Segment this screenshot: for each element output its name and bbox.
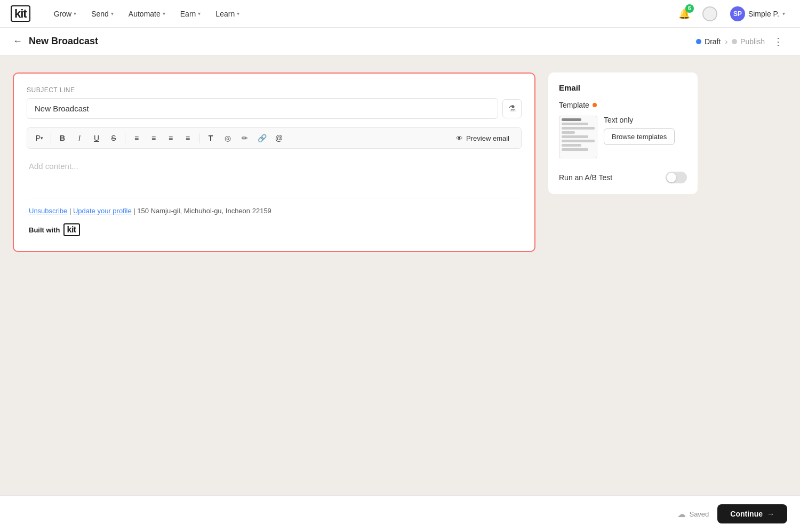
more-options-button[interactable]: ⋮ (769, 34, 787, 50)
mention-button[interactable]: @ (271, 130, 287, 146)
publish-dot-icon (732, 39, 737, 44)
thumb-line-1 (562, 118, 581, 121)
fill-color-button[interactable]: ◎ (220, 130, 236, 146)
eye-icon: 👁 (456, 134, 463, 142)
bottom-bar: ☁ Saved Continue → (0, 495, 800, 532)
align-left-button[interactable]: ≡ (129, 130, 145, 146)
unsubscribe-link[interactable]: Unsubscribe (29, 207, 67, 215)
flask-button[interactable]: ⚗ (502, 99, 522, 118)
editor-area: Subject Line ⚗ P ▾ B I U S ≡ ≡ ≡ ≡ (13, 72, 535, 252)
earn-chevron-icon: ▾ (198, 11, 201, 17)
nav-grow-label: Grow (54, 10, 71, 18)
subject-row: ⚗ (27, 98, 522, 119)
template-info: Text only Browse templates (604, 116, 675, 145)
italic-button[interactable]: I (71, 130, 87, 146)
back-arrow-icon: ← (13, 36, 22, 47)
logo[interactable]: kit (11, 7, 30, 21)
continue-button[interactable]: Continue → (717, 504, 787, 523)
pen-button[interactable]: ✏ (237, 130, 253, 146)
step-publish: Publish (732, 37, 765, 46)
align-justify-button[interactable]: ≡ (180, 130, 196, 146)
top-navigation: kit Grow ▾ Send ▾ Automate ▾ Earn ▾ Lear… (0, 0, 800, 28)
thumb-line-8 (562, 148, 588, 151)
user-name: Simple P. (748, 10, 779, 18)
subheader: ← New Broadcast Draft › Publish ⋮ (0, 28, 800, 55)
template-thumbnail (559, 116, 597, 158)
strikethrough-button[interactable]: S (106, 130, 122, 146)
bold-button[interactable]: B (54, 130, 70, 146)
ab-test-label: Run an A/B Test (559, 173, 612, 182)
notification-badge: 6 (685, 4, 694, 13)
more-icon: ⋮ (773, 36, 783, 47)
ab-test-toggle[interactable] (666, 172, 687, 183)
toggle-knob (667, 173, 676, 182)
underline-button[interactable]: U (89, 130, 105, 146)
learn-chevron-icon: ▾ (237, 11, 239, 17)
thumb-line-2 (562, 123, 588, 125)
thumb-line-4 (562, 131, 575, 134)
continue-arrow-icon: → (767, 510, 774, 518)
built-with-label: Built with (29, 226, 60, 234)
thumb-line-7 (562, 144, 581, 147)
page-title: New Broadcast (29, 36, 696, 47)
email-content-area[interactable]: Add content... (27, 155, 522, 198)
nav-right: 🔔 6 SP Simple P. ▾ (675, 4, 789, 23)
thumb-line-3 (562, 127, 595, 130)
heading-button[interactable]: T (203, 130, 219, 146)
draft-label: Draft (705, 37, 721, 46)
back-button[interactable]: ← (13, 36, 22, 47)
status-indicator (702, 6, 717, 21)
template-preview: Text only Browse templates (559, 116, 687, 158)
flask-icon: ⚗ (508, 103, 516, 114)
subject-line-label: Subject Line (27, 86, 522, 94)
send-chevron-icon: ▾ (111, 11, 114, 17)
link-button[interactable]: 🔗 (254, 130, 270, 146)
ab-test-row: Run an A/B Test (559, 172, 687, 183)
right-panel: Email Template Text only (548, 72, 698, 252)
thumb-line-5 (562, 135, 588, 138)
unsubscribe-line: Unsubscribe | Update your profile | 150 … (29, 207, 519, 215)
saved-label: Saved (689, 510, 709, 518)
toolbar-divider-2 (125, 133, 125, 143)
nav-learn-label: Learn (215, 10, 235, 18)
main-content: Subject Line ⚗ P ▾ B I U S ≡ ≡ ≡ ≡ (0, 55, 800, 269)
grow-chevron-icon: ▾ (74, 11, 76, 17)
step-draft: Draft (696, 37, 721, 46)
template-dot-icon (593, 103, 597, 107)
align-center-button[interactable]: ≡ (146, 130, 162, 146)
toolbar-divider-3 (199, 133, 199, 143)
email-panel: Email Template Text only (548, 72, 698, 194)
thumb-line-6 (562, 140, 595, 142)
breadcrumb: Draft › Publish ⋮ (696, 34, 787, 50)
nav-item-earn[interactable]: Earn ▾ (174, 6, 207, 21)
draft-dot-icon (696, 39, 701, 44)
built-with-kit: Built with kit (29, 223, 519, 236)
address-text: | 150 Namju-gil, Michuhol-gu, Incheon 22… (133, 207, 271, 215)
nav-item-send[interactable]: Send ▾ (85, 6, 120, 21)
subject-input[interactable] (27, 98, 498, 119)
formatting-toolbar: P ▾ B I U S ≡ ≡ ≡ ≡ T ◎ ✏ 🔗 @ 👁 Previe (27, 127, 522, 149)
email-panel-title: Email (559, 83, 687, 92)
step-arrow-icon: › (725, 37, 727, 46)
nav-item-learn[interactable]: Learn ▾ (209, 6, 246, 21)
browse-templates-button[interactable]: Browse templates (604, 128, 675, 145)
toolbar-divider-1 (51, 133, 51, 143)
nav-item-automate[interactable]: Automate ▾ (122, 6, 172, 21)
preview-email-button[interactable]: 👁 Preview email (449, 131, 517, 146)
editor-card: Subject Line ⚗ P ▾ B I U S ≡ ≡ ≡ ≡ (13, 72, 535, 252)
user-menu-button[interactable]: SP Simple P. ▾ (726, 4, 789, 23)
notification-button[interactable]: 🔔 6 (675, 4, 694, 23)
preview-label: Preview email (466, 134, 509, 142)
paragraph-style-button[interactable]: P ▾ (31, 130, 47, 146)
nav-item-grow[interactable]: Grow ▾ (47, 6, 83, 21)
content-placeholder: Add content... (29, 162, 78, 171)
user-avatar: SP (730, 6, 745, 21)
update-profile-link[interactable]: Update your profile (73, 207, 132, 215)
nav-send-label: Send (91, 10, 109, 18)
nav-items: Grow ▾ Send ▾ Automate ▾ Earn ▾ Learn ▾ (47, 6, 675, 21)
panel-divider (559, 165, 687, 165)
align-right-button[interactable]: ≡ (163, 130, 179, 146)
saved-indicator: ☁ Saved (677, 509, 709, 519)
automate-chevron-icon: ▾ (163, 11, 165, 17)
email-footer: Unsubscribe | Update your profile | 150 … (27, 198, 522, 238)
